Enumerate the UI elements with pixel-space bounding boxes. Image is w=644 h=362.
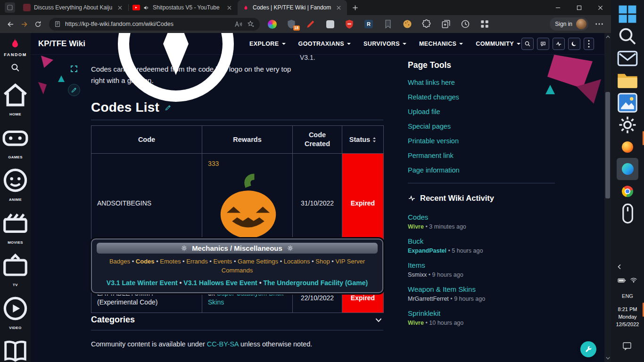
chevron-down-icon[interactable] bbox=[374, 315, 383, 325]
categories-section[interactable]: Categories bbox=[91, 310, 383, 330]
activity-user[interactable]: Wivre bbox=[408, 320, 424, 326]
browser-menu-icon[interactable] bbox=[593, 18, 605, 30]
wiki-title[interactable]: KP/TFE Wiki bbox=[38, 39, 85, 49]
scrollbar-thumb[interactable] bbox=[605, 92, 610, 198]
navbox-link[interactable]: Locations bbox=[284, 258, 310, 265]
nav-item-community[interactable]: COMMUNITY bbox=[476, 41, 520, 47]
site-info-icon[interactable] bbox=[54, 21, 61, 27]
minimize-button[interactable] bbox=[547, 0, 569, 15]
taskbar-chrome-button[interactable] bbox=[617, 180, 638, 202]
favorite-star-icon[interactable] bbox=[247, 20, 255, 28]
activity-user[interactable]: Wivre bbox=[408, 223, 424, 230]
taskbar-search-button[interactable] bbox=[617, 25, 638, 47]
extension-puzzle-button[interactable] bbox=[421, 19, 432, 29]
taskbar-firefox-button[interactable] bbox=[617, 136, 638, 158]
navbox-link[interactable]: Errands bbox=[186, 258, 208, 265]
browser-tab-codes-active[interactable]: Codes | KP/TFE Wiki | Fandom bbox=[238, 0, 347, 15]
hidden-icons-chevron-icon[interactable] bbox=[617, 264, 622, 270]
nav-item-explore[interactable]: EXPLORE bbox=[105, 33, 286, 115]
language-indicator[interactable]: ENG bbox=[611, 293, 644, 299]
taskbar-mail-button[interactable] bbox=[617, 47, 638, 69]
read-aloud-icon[interactable] bbox=[235, 21, 243, 27]
navbox-link[interactable]: Emotes bbox=[160, 258, 181, 265]
quick-edit-button[interactable] bbox=[68, 84, 80, 96]
column-header-created[interactable]: Code Created bbox=[293, 126, 342, 154]
sidebar-item-games[interactable]: GAMES bbox=[0, 123, 31, 160]
taskbar-photos-button[interactable] bbox=[617, 91, 638, 114]
sidebar-item-tv[interactable]: TV bbox=[0, 250, 31, 288]
nav-item-mechanics[interactable]: MECHANICS bbox=[419, 41, 463, 47]
extension-red-pen-button[interactable] bbox=[305, 19, 316, 29]
navbox-link[interactable]: Events bbox=[214, 258, 232, 265]
activity-user[interactable]: ExpandPastel bbox=[408, 247, 446, 254]
close-button[interactable] bbox=[590, 0, 611, 15]
sort-icon[interactable] bbox=[372, 137, 376, 143]
scroll-down-icon[interactable] bbox=[604, 354, 611, 362]
wiki-discussions-button[interactable] bbox=[537, 38, 549, 50]
extension-collections-button[interactable] bbox=[441, 19, 451, 29]
navbox-link[interactable]: V3.1 Late Winter Event bbox=[107, 279, 178, 287]
forward-button[interactable] bbox=[17, 17, 31, 31]
extension-red-shield-button[interactable] bbox=[344, 19, 355, 29]
sidebar-item-movies[interactable]: MOVIES bbox=[0, 208, 31, 245]
taskbar-clock[interactable]: 8:21 PM Monday 12/5/2022 bbox=[611, 305, 644, 328]
taskbar-edge-button[interactable] bbox=[617, 158, 638, 180]
tab-audio-icon[interactable] bbox=[143, 5, 149, 11]
customize-fab-wrench-icon[interactable] bbox=[580, 341, 596, 357]
extension-gray-square-button[interactable] bbox=[325, 19, 335, 29]
url-text[interactable]: https://kp-tfe-wiki.fandom.com/wiki/Code… bbox=[65, 21, 231, 27]
search-icon[interactable] bbox=[10, 63, 20, 73]
activity-page-link[interactable]: Buck bbox=[408, 237, 423, 245]
activity-page-link[interactable]: Weapon & Item Skins bbox=[408, 285, 476, 293]
wiki-search-button[interactable] bbox=[521, 38, 534, 50]
page-scrollbar[interactable] bbox=[604, 33, 611, 362]
wiki-more-icon[interactable] bbox=[584, 38, 594, 50]
sidebar-item-home[interactable]: HOME bbox=[0, 80, 31, 117]
taskbar-start-button[interactable] bbox=[617, 3, 638, 25]
sidebar-item-wikis[interactable]: WIKIS bbox=[0, 336, 31, 362]
activity-page-link[interactable]: Codes bbox=[408, 213, 428, 221]
address-bar[interactable]: https://kp-tfe-wiki.fandom.com/wiki/Code… bbox=[49, 18, 260, 31]
sidebar-item-anime[interactable]: ANIME bbox=[0, 165, 31, 202]
navbox-link[interactable]: The Underground Facility (Game) bbox=[263, 279, 368, 287]
navbox-link[interactable]: Game Settings bbox=[238, 258, 278, 265]
expand-view-button[interactable] bbox=[68, 63, 80, 75]
fandom-logo[interactable]: FANDOM bbox=[4, 37, 27, 57]
new-tab-button[interactable] bbox=[349, 2, 361, 13]
notification-center-icon[interactable] bbox=[622, 341, 632, 351]
page-tools-link[interactable]: Printable version bbox=[408, 137, 459, 145]
nav-item-survivors[interactable]: SURVIVORS bbox=[363, 41, 406, 47]
extension-dark-flag-button[interactable] bbox=[383, 19, 393, 29]
extension-cookie-button[interactable] bbox=[402, 19, 413, 29]
page-tools-link[interactable]: Permanent link bbox=[408, 152, 454, 159]
navbox-link[interactable]: Shop bbox=[315, 258, 330, 265]
extension-shield-18-button[interactable]: 18 bbox=[286, 19, 297, 29]
navbox-link[interactable]: V3.1 Hallows Eve Event bbox=[183, 279, 257, 287]
activity-page-link[interactable]: Items bbox=[408, 261, 425, 269]
activity-page-link[interactable]: Sprinklekit bbox=[408, 309, 440, 317]
column-header-code[interactable]: Code bbox=[91, 126, 202, 154]
extension-letter-r-button[interactable] bbox=[363, 19, 374, 29]
tab-close-icon[interactable] bbox=[335, 4, 343, 12]
extension-apps-grid-button[interactable] bbox=[479, 19, 490, 29]
tab-actions-button[interactable] bbox=[5, 2, 15, 13]
battery-icon[interactable] bbox=[618, 277, 626, 283]
license-link[interactable]: CC-BY-SA bbox=[207, 340, 239, 348]
column-header-rewards[interactable]: Rewards bbox=[202, 126, 293, 154]
activity-user[interactable]: Ssmixx bbox=[408, 272, 427, 278]
page-tools-link[interactable]: Page information bbox=[408, 166, 460, 174]
extension-color-wheel-button[interactable] bbox=[267, 19, 277, 29]
taskbar-mouse-button[interactable] bbox=[617, 202, 638, 224]
theme-toggle-moon-icon[interactable] bbox=[568, 38, 580, 50]
wiki-activity-button[interactable] bbox=[553, 38, 565, 50]
back-button[interactable] bbox=[4, 17, 17, 31]
tab-close-icon[interactable] bbox=[225, 4, 233, 12]
refresh-button[interactable] bbox=[31, 17, 45, 31]
scroll-up-icon[interactable] bbox=[604, 33, 611, 41]
tab-close-icon[interactable] bbox=[116, 4, 124, 12]
page-tools-link[interactable]: Special pages bbox=[408, 123, 451, 130]
browser-tab-kaiju[interactable]: Discuss Everything About Kaiju P bbox=[19, 0, 128, 15]
sign-in-button[interactable]: Sign in bbox=[550, 17, 588, 31]
browser-tab-youtube[interactable]: Shitpostatus V5 - YouTube bbox=[128, 0, 238, 15]
taskbar-settings-button[interactable] bbox=[617, 114, 638, 136]
